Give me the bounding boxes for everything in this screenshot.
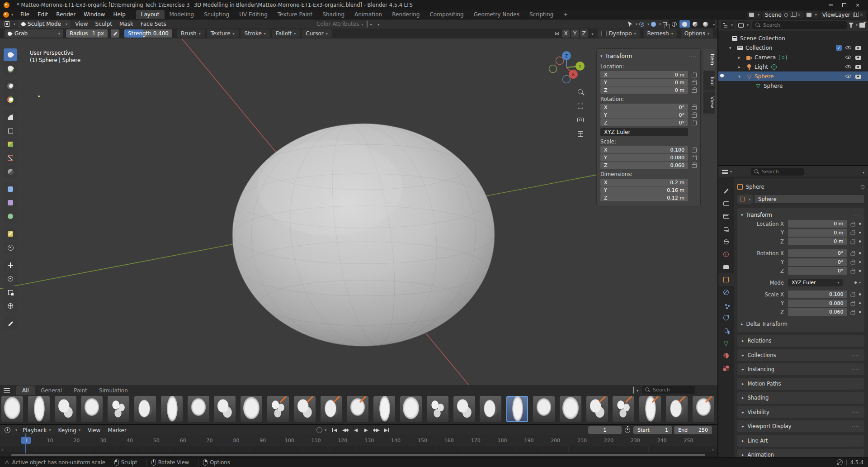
animate-dot[interactable] bbox=[859, 302, 861, 305]
sculpt-tool-button[interactable] bbox=[4, 124, 17, 137]
sculpt-tool-button[interactable] bbox=[4, 286, 17, 299]
number-field[interactable]: X0.2 m bbox=[600, 179, 688, 186]
drag-handle-icon[interactable] bbox=[852, 338, 860, 344]
outliner-search-input[interactable] bbox=[763, 22, 844, 28]
timeline-menu-item[interactable]: Playback bbox=[19, 427, 55, 434]
animate-dot[interactable] bbox=[859, 293, 861, 295]
disable-render-toggle[interactable] bbox=[855, 54, 862, 61]
viewport-menu-item[interactable]: View bbox=[71, 21, 91, 27]
asset-shelf-tab[interactable]: All bbox=[16, 386, 35, 395]
brush-thumbnail[interactable] bbox=[506, 396, 528, 422]
scene-selector[interactable]: Scene × bbox=[762, 11, 804, 19]
workspace-tab[interactable]: + bbox=[558, 10, 573, 19]
unlock-icon[interactable] bbox=[692, 162, 697, 168]
brush-thumbnail[interactable] bbox=[613, 396, 634, 422]
properties-tab[interactable] bbox=[718, 362, 734, 375]
mirror-axis-button[interactable]: Y bbox=[571, 29, 579, 38]
brush-thumbnail[interactable] bbox=[321, 396, 342, 422]
overlays-toggle[interactable] bbox=[651, 22, 661, 27]
sculpt-tool-button[interactable] bbox=[4, 259, 17, 272]
properties-tab[interactable] bbox=[718, 248, 734, 261]
unlink-scene-icon[interactable]: × bbox=[797, 12, 801, 18]
workspace-tab[interactable]: Geometry Nodes bbox=[469, 10, 524, 19]
play-button[interactable] bbox=[361, 426, 371, 434]
display-color-dropdown[interactable] bbox=[375, 21, 379, 27]
hide-viewport-toggle[interactable] bbox=[845, 54, 852, 61]
unlock-icon[interactable] bbox=[692, 147, 697, 152]
properties-search-input[interactable] bbox=[762, 169, 801, 175]
pan-button[interactable] bbox=[575, 100, 585, 111]
radius-field[interactable]: Radius 1 px bbox=[66, 29, 108, 38]
viewport-menu-item[interactable]: Face Sets bbox=[137, 21, 170, 27]
brush-thumbnail[interactable] bbox=[427, 396, 448, 422]
shading-material-button[interactable] bbox=[690, 20, 700, 28]
brush-thumbnail[interactable] bbox=[267, 396, 289, 422]
play-reverse-button[interactable] bbox=[351, 426, 360, 434]
viewport-canvas[interactable]: User Perspective (1) Sphere | Sphere Z Y… bbox=[0, 38, 717, 385]
tool-panel-dropdown[interactable]: Brush bbox=[177, 29, 205, 38]
number-field[interactable]: Z0.060 bbox=[600, 162, 688, 169]
expand-chevron[interactable]: ▾ bbox=[738, 74, 745, 79]
transform-panel-header[interactable]: ▾ Transform bbox=[600, 51, 697, 61]
new-viewlayer-icon[interactable] bbox=[853, 13, 857, 17]
delta-transform-row[interactable]: ▸ Delta Transform bbox=[741, 319, 861, 329]
brush-thumbnail[interactable] bbox=[214, 396, 236, 422]
drag-handle-icon[interactable] bbox=[852, 352, 860, 358]
mirror-axis-button[interactable]: X bbox=[562, 29, 570, 38]
animate-dot[interactable] bbox=[859, 232, 861, 234]
animate-dot[interactable] bbox=[859, 270, 861, 272]
viewlayer-selector[interactable]: ViewLayer × bbox=[820, 11, 866, 19]
menu-item[interactable]: Edit bbox=[33, 11, 52, 18]
drag-handle-icon[interactable] bbox=[852, 381, 860, 387]
number-field[interactable]: X0 m bbox=[600, 71, 688, 78]
workspace-tab[interactable]: Scripting bbox=[524, 10, 558, 19]
property-field[interactable]: XYZ Euler bbox=[788, 279, 843, 286]
timeline-menu-item[interactable]: View bbox=[84, 427, 104, 434]
expand-right-icon[interactable]: ‹ bbox=[712, 446, 714, 453]
blender-app-menu[interactable] bbox=[0, 10, 16, 19]
timeline-ruler[interactable]: 1 10203040506070809010011012013014015016… bbox=[0, 435, 717, 446]
properties-tab[interactable] bbox=[718, 261, 734, 273]
drag-handle-icon[interactable] bbox=[852, 423, 860, 429]
property-field[interactable]: 0 m bbox=[788, 229, 847, 237]
timeline-editor-dropdown[interactable] bbox=[3, 427, 19, 434]
menu-item[interactable]: Help bbox=[109, 11, 129, 18]
hamburger-menu-icon[interactable] bbox=[4, 388, 10, 393]
brush-thumbnail[interactable] bbox=[81, 396, 103, 422]
property-field[interactable]: 0 m bbox=[788, 238, 847, 245]
properties-tab[interactable] bbox=[718, 223, 734, 235]
remesh-dropdown[interactable]: Remesh bbox=[644, 29, 677, 38]
pin-icon[interactable] bbox=[783, 12, 788, 17]
radius-pressure-button[interactable] bbox=[111, 29, 119, 38]
properties-tab[interactable] bbox=[718, 286, 734, 299]
falloff-icon-dropdown[interactable] bbox=[367, 21, 372, 27]
brush-thumbnail[interactable] bbox=[55, 396, 76, 422]
display-mode-dropdown[interactable] bbox=[721, 21, 735, 29]
tool-panel-dropdown[interactable]: Stroke bbox=[241, 29, 270, 38]
brush-thumbnail[interactable] bbox=[161, 396, 183, 422]
property-field[interactable]: 0.060 bbox=[788, 308, 847, 316]
properties-tab[interactable] bbox=[718, 185, 734, 197]
dyntopo-dropdown[interactable]: Dyntopo bbox=[598, 29, 640, 38]
properties-tab[interactable] bbox=[718, 299, 734, 311]
workspace-tab[interactable]: Shading bbox=[317, 10, 349, 19]
properties-section[interactable]: ▸ Line Art bbox=[737, 435, 864, 447]
item-name[interactable]: Sphere bbox=[755, 73, 774, 80]
sculpt-tool-button[interactable] bbox=[4, 196, 17, 209]
item-name[interactable]: Collection bbox=[745, 45, 772, 51]
sculpt-tool-button[interactable] bbox=[4, 48, 17, 61]
number-field[interactable]: Z0° bbox=[600, 119, 688, 126]
properties-section[interactable]: ▸ Viewport Display bbox=[737, 420, 864, 432]
sculpt-tool-button[interactable] bbox=[4, 183, 17, 195]
gizmo-neg-y[interactable] bbox=[549, 65, 557, 73]
unlock-icon[interactable] bbox=[692, 80, 697, 85]
asset-shelf-tab[interactable]: Simulation bbox=[93, 386, 134, 395]
timeline-menu-item[interactable]: Keying bbox=[55, 427, 84, 434]
mirror-axis-button[interactable]: Z bbox=[580, 29, 588, 38]
properties-section[interactable]: ▸ Instancing bbox=[737, 363, 864, 375]
workspace-tab[interactable]: Rendering bbox=[387, 10, 425, 19]
animate-dot[interactable] bbox=[859, 240, 861, 243]
unlock-icon[interactable] bbox=[692, 72, 697, 77]
sidebar-tab[interactable]: View bbox=[703, 91, 715, 113]
auto-keying-toggle[interactable] bbox=[316, 427, 326, 433]
